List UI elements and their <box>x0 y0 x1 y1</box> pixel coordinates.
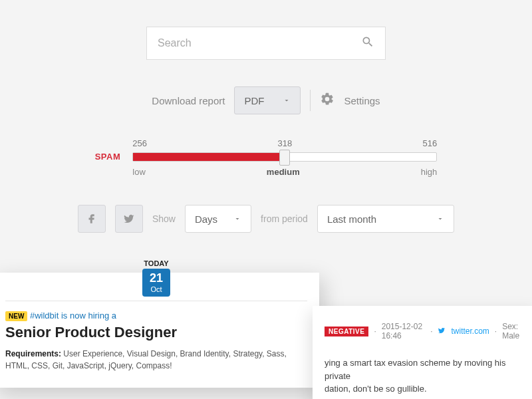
timestamp: 2015-12-02 16:46 <box>382 322 425 340</box>
job-card: TODAY 21 Oct NEW #wildbit is now hiring … <box>0 273 319 388</box>
slider-title: SPAM <box>95 152 121 162</box>
new-badge: NEW <box>5 311 27 321</box>
slider-handle[interactable] <box>279 150 290 166</box>
search-input[interactable] <box>158 37 361 49</box>
slider-tick-mid: 318 <box>277 138 292 148</box>
slider-label-medium: medium <box>267 167 300 177</box>
date-month: Oct <box>150 285 162 293</box>
requirements-label: Requirements: <box>5 349 61 358</box>
unit-select[interactable]: Days <box>185 205 251 233</box>
show-label: Show <box>152 213 176 224</box>
requirements-text: Requirements: User Experience, Visual De… <box>5 348 307 372</box>
facebook-button[interactable] <box>78 205 106 233</box>
format-select[interactable]: PDF <box>234 86 301 114</box>
chevron-down-icon <box>436 213 444 225</box>
slider-label-high: high <box>421 167 438 177</box>
slider-tick-min: 256 <box>132 138 147 148</box>
date-day: 21 <box>150 272 163 285</box>
hiring-text: is now hiring a <box>59 311 116 321</box>
snippet-text: ying a smart tax evasion scheme by movin… <box>325 356 527 396</box>
twitter-button[interactable] <box>115 205 143 233</box>
divider <box>310 90 311 111</box>
slider-track[interactable] <box>132 152 437 162</box>
mention-card: NEGATIVE · 2015-12-02 16:46 · twitter.co… <box>313 306 532 399</box>
sex-label: Sex: Male <box>502 322 527 340</box>
source-link[interactable]: twitter.com <box>451 327 489 336</box>
gear-icon[interactable] <box>320 92 334 109</box>
dot: · <box>430 327 432 336</box>
chevron-down-icon <box>283 95 291 106</box>
hiring-line: NEW #wildbit is now hiring a <box>5 311 307 321</box>
format-value: PDF <box>244 95 264 106</box>
twitter-icon <box>438 327 446 336</box>
twitter-icon <box>123 213 135 225</box>
download-report-label: Download report <box>152 95 225 106</box>
dot: · <box>374 327 376 336</box>
slider-fill <box>133 153 285 161</box>
facebook-icon <box>86 213 98 225</box>
search-icon <box>361 35 374 51</box>
slider-label-low: low <box>132 167 146 177</box>
chevron-down-icon <box>233 213 241 225</box>
date-pill: 21 Oct <box>142 269 170 297</box>
unit-value: Days <box>195 213 217 225</box>
job-title: Senior Product Designer <box>5 324 307 341</box>
hashtag-link[interactable]: #wildbit <box>30 311 59 321</box>
period-select[interactable]: Last month <box>317 205 454 233</box>
negative-badge: NEGATIVE <box>325 327 368 336</box>
settings-label[interactable]: Settings <box>344 95 380 106</box>
dot: · <box>495 327 497 336</box>
today-label: TODAY <box>144 259 168 267</box>
from-period-label: from period <box>261 213 308 224</box>
slider-tick-max: 516 <box>423 138 438 148</box>
search-box[interactable] <box>146 27 386 60</box>
period-value: Last month <box>327 213 376 225</box>
